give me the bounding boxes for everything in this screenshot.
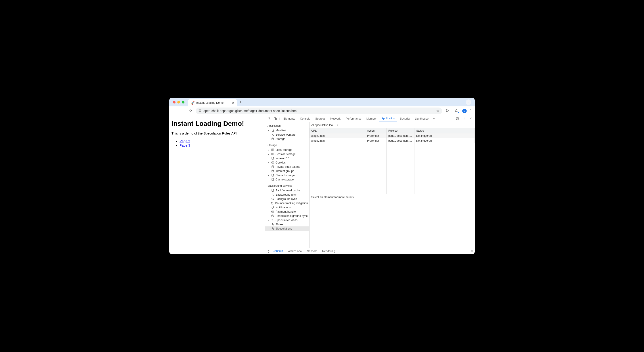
bell-icon xyxy=(271,206,274,209)
page-link-3[interactable]: Page 3 xyxy=(180,143,190,147)
new-tab-button[interactable]: + xyxy=(240,100,242,105)
sidebar-item-storage[interactable]: Storage xyxy=(265,137,309,141)
chevron-down-icon[interactable]: ⌄ xyxy=(466,99,471,105)
rocket-icon: 🚀 xyxy=(191,101,194,105)
tab-security[interactable]: Security xyxy=(398,115,412,122)
card-icon xyxy=(271,210,274,213)
grid-icon xyxy=(271,152,274,156)
devtools-drawer: ⋮ Console What's new Sensors Rendering ✕ xyxy=(265,248,475,254)
drawer-tab-sensors[interactable]: Sensors xyxy=(305,248,320,254)
close-drawer-icon[interactable]: ✕ xyxy=(470,249,473,253)
column-header-url[interactable]: URL xyxy=(310,128,365,133)
svg-point-7 xyxy=(457,118,458,119)
page-viewport: Instant Loading Demo! This is a demo of … xyxy=(169,115,265,254)
inspect-element-icon[interactable] xyxy=(266,116,272,121)
tab-performance[interactable]: Performance xyxy=(343,115,364,122)
maximize-window-button[interactable] xyxy=(182,101,184,103)
devtools-main: All speculative loa… ▼ URL Action Rule s… xyxy=(310,122,475,248)
svg-point-8 xyxy=(272,134,273,135)
page-link-2[interactable]: Page 2 xyxy=(180,139,190,143)
column-header-ruleset[interactable]: Rule set xyxy=(386,128,414,133)
database-icon xyxy=(271,137,274,141)
tab-application[interactable]: Application xyxy=(379,115,397,122)
labs-icon[interactable] xyxy=(455,109,460,113)
database-icon xyxy=(271,174,274,177)
svg-point-19 xyxy=(272,162,272,162)
svg-rect-0 xyxy=(199,109,200,110)
sidebar-item-notifications[interactable]: Notifications xyxy=(265,205,309,209)
sidebar-item-interest-groups[interactable]: Interest groups xyxy=(265,169,309,173)
tab-sources[interactable]: Sources xyxy=(313,115,328,122)
devtools-sidebar: Application ▸Manifest Service workers St… xyxy=(265,122,310,248)
kebab-menu-icon[interactable]: ⋮ xyxy=(267,249,270,253)
sidebar-item-rules[interactable]: Rules xyxy=(265,222,309,226)
tab-memory[interactable]: Memory xyxy=(364,115,379,122)
chevron-down-icon: ▼ xyxy=(337,124,339,126)
sidebar-item-background-sync[interactable]: Background sync xyxy=(265,197,309,201)
database-icon xyxy=(271,157,274,160)
sidebar-item-cache-storage[interactable]: Cache storage xyxy=(265,177,309,182)
database-icon xyxy=(271,169,274,173)
tab-elements[interactable]: Elements xyxy=(281,115,297,122)
sidebar-item-private-state-tokens[interactable]: Private state tokens xyxy=(265,165,309,169)
back-button[interactable]: ← xyxy=(172,108,178,114)
sidebar-item-background-fetch[interactable]: Background fetch xyxy=(265,193,309,197)
profile-avatar[interactable]: B xyxy=(462,109,467,113)
kebab-menu-icon[interactable]: ⋮ xyxy=(461,116,467,121)
sidebar-item-cookies[interactable]: ▸Cookies xyxy=(265,160,309,165)
sidebar-item-local-storage[interactable]: ▸Local storage xyxy=(265,148,309,152)
tab-lighthouse[interactable]: Lighthouse xyxy=(413,115,431,122)
table-empty-area xyxy=(310,143,475,194)
sidebar-item-payment-handler[interactable]: Payment handler xyxy=(265,209,309,214)
filter-label: All speculative loa… xyxy=(311,124,336,127)
column-header-action[interactable]: Action xyxy=(365,128,386,133)
bookmark-star-icon[interactable]: ☆ xyxy=(436,109,440,113)
grid-icon xyxy=(271,148,274,151)
sidebar-item-service-workers[interactable]: Service workers xyxy=(265,132,309,137)
svg-point-10 xyxy=(272,138,274,138)
browser-tab[interactable]: 🚀 Instant Loading Demo! ✕ xyxy=(188,99,237,106)
table-row[interactable]: /page3.html Prerender page1-document-… N… xyxy=(310,133,475,138)
site-settings-icon[interactable] xyxy=(198,109,202,113)
svg-point-26 xyxy=(271,202,273,203)
sidebar-item-bfcache[interactable]: Back/forward cache xyxy=(265,188,309,193)
sidebar-item-speculative-loads[interactable]: ▾Speculative loads xyxy=(265,218,309,222)
sidebar-item-periodic-sync[interactable]: Periodic background sync xyxy=(265,214,309,218)
tab-network[interactable]: Network xyxy=(328,115,343,122)
address-bar: ← → ⟳ open-chalk-asparagus.glitch.me/pag… xyxy=(169,106,475,115)
device-toggle-icon[interactable] xyxy=(272,116,278,121)
close-window-button[interactable] xyxy=(173,101,176,103)
tab-bar: 🚀 Instant Loading Demo! ✕ + ⌄ xyxy=(169,98,475,106)
sync-icon xyxy=(271,197,274,201)
url-field[interactable]: open-chalk-asparagus.glitch.me/page1-doc… xyxy=(196,107,442,114)
sidebar-item-manifest[interactable]: ▸Manifest xyxy=(265,128,309,132)
drawer-tab-console[interactable]: Console xyxy=(270,248,285,254)
settings-gear-icon[interactable] xyxy=(455,116,460,121)
svg-rect-27 xyxy=(272,211,274,212)
sidebar-item-indexeddb[interactable]: IndexedDB xyxy=(265,156,309,160)
drawer-tab-rendering[interactable]: Rendering xyxy=(320,248,338,254)
table-row[interactable]: /page2.html Prerender page1-document-… N… xyxy=(310,138,475,143)
more-tabs-icon[interactable]: » xyxy=(431,116,436,121)
sidebar-item-bounce-tracking[interactable]: Bounce tracking mitigation xyxy=(265,201,309,205)
column-header-status[interactable]: Status xyxy=(414,128,475,133)
filter-dropdown[interactable]: All speculative loa… ▼ xyxy=(310,122,475,128)
close-devtools-icon[interactable]: ✕ xyxy=(468,116,474,121)
svg-rect-1 xyxy=(200,109,201,110)
sidebar-item-speculations[interactable]: Speculations xyxy=(265,226,309,231)
drawer-tab-whats-new[interactable]: What's new xyxy=(286,248,304,254)
forward-button[interactable]: → xyxy=(180,108,186,114)
sidebar-item-shared-storage[interactable]: ▸Shared storage xyxy=(265,173,309,177)
extensions-icon[interactable] xyxy=(446,109,449,113)
gears-icon xyxy=(271,133,274,136)
sidebar-item-session-storage[interactable]: ▸Session storage xyxy=(265,152,309,156)
close-tab-icon[interactable]: ✕ xyxy=(232,101,234,105)
database-icon xyxy=(271,178,274,181)
kebab-menu-icon[interactable]: ⋮ xyxy=(469,109,472,113)
minimize-window-button[interactable] xyxy=(177,101,180,103)
url-text: open-chalk-asparagus.glitch.me/page1-doc… xyxy=(204,109,297,113)
reload-button[interactable]: ⟳ xyxy=(188,108,194,114)
tab-console[interactable]: Console xyxy=(298,115,312,122)
devtools-panel: | Elements Console Sources Network Perfo… xyxy=(265,115,475,254)
browser-window: 🚀 Instant Loading Demo! ✕ + ⌄ ← → ⟳ open… xyxy=(169,98,475,254)
